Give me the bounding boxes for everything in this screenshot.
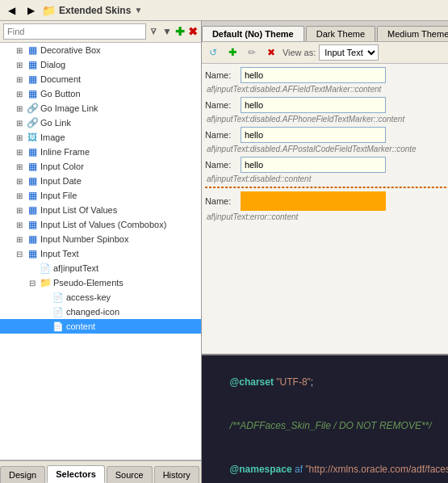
- tree-item-pseudo-elements[interactable]: ⊟ 📁 Pseudo-Elements: [0, 275, 201, 290]
- tree-item-go-link[interactable]: ⊞ 🔗 Go Link: [0, 116, 201, 130]
- oracle-text: oracle: [361, 464, 387, 475]
- code-token: /**ADFFaces_Skin_File / DO NOT REMOVE**/: [230, 420, 432, 431]
- preview-row-3: Name: af|inputText:disabled.AFPostalCode…: [205, 127, 448, 153]
- preview-input-4[interactable]: [241, 157, 386, 173]
- preview-row-5: Name: af|inputText:error::content: [205, 191, 448, 221]
- preview-input-2[interactable]: [241, 97, 386, 113]
- edit-button[interactable]: ✏: [244, 44, 260, 61]
- tree-item-decorative-box[interactable]: ⊞ ▦ Decorative Box: [0, 43, 201, 57]
- tree-container: ⊞ ▦ Decorative Box ⊞ ▦ Dialog ⊞ ▦ Docume…: [0, 43, 201, 460]
- remove-item-button[interactable]: ✖: [188, 25, 198, 38]
- expand-icon[interactable]: ⊞: [13, 235, 26, 244]
- tree-item-input-file[interactable]: ⊞ ▦ Input File: [0, 188, 201, 203]
- tree-item-input-color[interactable]: ⊞ ▦ Input Color: [0, 159, 201, 174]
- tree-item-go-button[interactable]: ⊞ ▦ Go Button: [0, 86, 201, 101]
- add-style-button[interactable]: ✚: [224, 44, 241, 61]
- preview-input-3[interactable]: [241, 127, 386, 143]
- code-token: ;: [311, 376, 313, 388]
- form-row: Name:: [205, 127, 448, 143]
- grid-icon: ▦: [26, 174, 39, 187]
- tree-item-input-text[interactable]: ⊟ ▦ Input Text: [0, 246, 201, 261]
- tree-item-input-number-spinbox[interactable]: ⊞ ▦ Input Number Spinbox: [0, 232, 201, 246]
- css-comment-4: af|inputText:disabled::content: [205, 174, 448, 183]
- expand-icon[interactable]: ⊞: [13, 90, 26, 99]
- view-as-label: View as:: [283, 48, 316, 57]
- item-label: Input Number Spinbox: [40, 234, 128, 244]
- expand-icon[interactable]: ⊞: [13, 206, 26, 215]
- refresh-button[interactable]: ↺: [205, 44, 221, 61]
- toolbar-dropdown[interactable]: ▼: [134, 6, 142, 15]
- search-input[interactable]: [3, 23, 146, 40]
- right-panel: Default (No) Theme Dark Theme Medium The…: [202, 21, 448, 483]
- item-label: Dialog: [40, 60, 65, 69]
- item-label: af|inputText: [53, 263, 98, 273]
- form-row: Name:: [205, 97, 448, 113]
- expand-icon[interactable]: ⊞: [13, 133, 26, 142]
- filter-dropdown[interactable]: ▼: [162, 26, 172, 37]
- item-label: Input List Of Values: [40, 205, 117, 215]
- tab-history[interactable]: History: [154, 466, 199, 483]
- main-container: ⛛ ▼ ✚ ✖ ⊞ ▦ Decorative Box ⊞ ▦ Dialog ⊞ …: [0, 21, 448, 483]
- tree-item-af-input-text[interactable]: 📄 af|inputText: [0, 261, 201, 275]
- link-icon: 🔗: [26, 116, 39, 129]
- folder-icon: 📁: [42, 4, 56, 17]
- grid-icon: ▦: [26, 247, 39, 260]
- tree-item-changed-icon[interactable]: 📄 changed-icon: [0, 304, 201, 319]
- tree-item-input-lov[interactable]: ⊞ ▦ Input List Of Values: [0, 203, 201, 217]
- tree-item-input-date[interactable]: ⊞ ▦ Input Date: [0, 174, 201, 188]
- preview-input-5[interactable]: [241, 191, 386, 211]
- expand-icon[interactable]: ⊞: [13, 46, 26, 55]
- preview-area: Name: af|inputText:disabled.AFFieldTextM…: [202, 64, 448, 354]
- expand-icon[interactable]: ⊞: [13, 220, 26, 229]
- left-panel: ⛛ ▼ ✚ ✖ ⊞ ▦ Decorative Box ⊞ ▦ Dialog ⊞ …: [0, 21, 202, 483]
- css-comment-5: af|inputText:error::content: [205, 212, 448, 221]
- tree-item-inline-frame[interactable]: ⊞ ▦ Inline Frame: [0, 145, 201, 159]
- tab-design[interactable]: Design: [0, 466, 45, 483]
- item-label: Pseudo-Elements: [53, 278, 124, 288]
- expand-icon[interactable]: ⊞: [13, 191, 26, 200]
- expand-icon[interactable]: ⊞: [13, 119, 26, 128]
- link-icon: 🔗: [26, 102, 39, 115]
- view-as-select[interactable]: Input Text: [319, 44, 379, 61]
- theme-tabs: Default (No) Theme Dark Theme Medium The…: [202, 21, 448, 42]
- preview-row-1: Name: af|inputText:disabled.AFFieldTextM…: [205, 67, 448, 94]
- page-icon: 📄: [39, 262, 52, 275]
- item-label: Image: [40, 132, 65, 142]
- expand-icon[interactable]: ⊟: [13, 250, 26, 258]
- preview-input-1[interactable]: [241, 67, 386, 83]
- expand-icon[interactable]: ⊞: [13, 61, 26, 69]
- add-item-button[interactable]: ✚: [175, 25, 185, 38]
- filter-icon[interactable]: ⛛: [149, 26, 159, 37]
- expand-icon[interactable]: ⊞: [13, 75, 26, 84]
- expand-icon[interactable]: ⊞: [13, 162, 26, 171]
- form-row: Name:: [205, 67, 448, 83]
- code-token: "http://xmlns.oracle.com/adf/faces/rich": [305, 464, 448, 475]
- tree-item-access-key[interactable]: 📄 access-key: [0, 290, 201, 304]
- tree-item-document[interactable]: ⊞ ▦ Document: [0, 72, 201, 86]
- tree-item-input-lov-combobox[interactable]: ⊞ ▦ Input List of Values (Combobox): [0, 217, 201, 232]
- grid-icon: ▦: [26, 204, 39, 216]
- tab-selectors[interactable]: Selectors: [47, 465, 105, 483]
- expand-icon[interactable]: ⊞: [13, 148, 26, 157]
- expand-icon[interactable]: ⊞: [13, 104, 26, 113]
- code-editor: @charset "UTF-8"; /**ADFFaces_Skin_File …: [202, 354, 448, 483]
- tree-item-dialog[interactable]: ⊞ ▦ Dialog: [0, 57, 201, 72]
- delete-button[interactable]: ✖: [263, 44, 279, 61]
- tab-medium-theme[interactable]: Medium Theme: [377, 26, 448, 41]
- item-label: access-key: [66, 292, 111, 302]
- back-button[interactable]: ◀: [3, 2, 19, 19]
- expand-icon[interactable]: ⊟: [26, 279, 39, 288]
- image-icon: 🖼: [26, 131, 39, 144]
- tree-item-image[interactable]: ⊞ 🖼 Image: [0, 130, 201, 145]
- form-row: Name:: [205, 191, 448, 211]
- tree-item-content[interactable]: 📄 content: [0, 319, 201, 334]
- page-icon: 📄: [52, 291, 65, 304]
- css-comment-2: af|inputText:disabled.AFPhoneFieldTextMa…: [205, 115, 448, 124]
- tree-item-go-image-link[interactable]: ⊞ 🔗 Go Image Link: [0, 101, 201, 116]
- tab-default-theme[interactable]: Default (No) Theme: [202, 26, 304, 41]
- tab-dark-theme[interactable]: Dark Theme: [306, 26, 375, 41]
- tab-source[interactable]: Source: [107, 466, 153, 483]
- expand-icon[interactable]: ⊞: [13, 177, 26, 186]
- forward-button[interactable]: ▶: [23, 2, 39, 19]
- grid-icon: ▦: [26, 73, 39, 86]
